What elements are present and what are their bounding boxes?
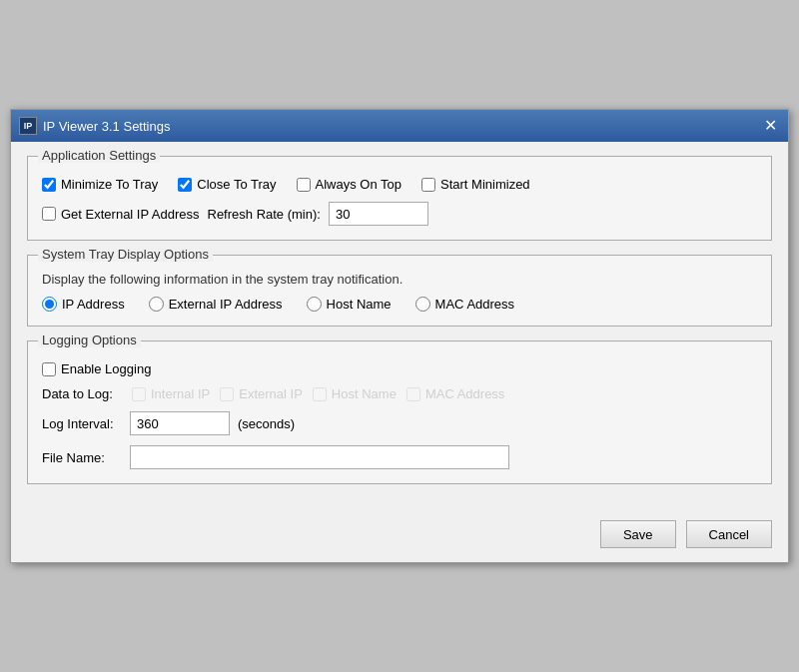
save-button[interactable]: Save [600, 520, 676, 548]
minimize-to-tray-label[interactable]: Minimize To Tray [61, 177, 158, 192]
refresh-rate-input[interactable] [329, 202, 428, 226]
internal-ip-group: Internal IP [132, 386, 210, 401]
external-ip-log-label: External IP [239, 386, 303, 401]
tray-host-radio[interactable] [307, 297, 322, 312]
get-external-ip-checkbox[interactable] [42, 207, 56, 221]
always-on-top-label[interactable]: Always On Top [316, 177, 401, 192]
external-ip-log-group: External IP [220, 386, 303, 401]
tray-ip-radio[interactable] [42, 297, 57, 312]
log-interval-row: Log Interval: (seconds) [42, 411, 757, 435]
application-settings-section: Application Settings Minimize To Tray Cl… [27, 156, 772, 241]
settings-window: IP IP Viewer 3.1 Settings ✕ Application … [10, 109, 789, 563]
host-name-log-group: Host Name [313, 386, 397, 401]
host-name-log-label: Host Name [332, 386, 397, 401]
tray-mac-label[interactable]: MAC Address [435, 297, 514, 312]
footer: Save Cancel [11, 512, 788, 562]
start-minimized-checkbox[interactable] [421, 178, 435, 192]
always-on-top-group: Always On Top [297, 177, 401, 192]
enable-logging-group: Enable Logging [42, 361, 151, 376]
window-title: IP Viewer 3.1 Settings [43, 119, 170, 134]
logging-section: Logging Options Enable Logging Data to L… [27, 340, 772, 484]
file-name-label: File Name: [42, 450, 122, 465]
checkboxes-row-1: Minimize To Tray Close To Tray Always On… [42, 177, 757, 192]
cancel-button[interactable]: Cancel [686, 520, 772, 548]
internal-ip-label: Internal IP [151, 386, 210, 401]
minimize-to-tray-checkbox[interactable] [42, 178, 56, 192]
enable-logging-checkbox[interactable] [42, 362, 56, 376]
title-bar-left: IP IP Viewer 3.1 Settings [19, 117, 170, 135]
tray-host-label[interactable]: Host Name [327, 297, 392, 312]
data-to-log-row: Data to Log: Internal IP External IP Hos… [42, 386, 757, 401]
refresh-rate-label: Refresh Rate (min): [208, 207, 321, 222]
logging-label: Logging Options [38, 333, 141, 347]
tray-option-ip-address: IP Address [42, 297, 125, 312]
data-to-log-label: Data to Log: [42, 386, 122, 401]
external-ip-log-checkbox[interactable] [220, 387, 234, 401]
title-bar: IP IP Viewer 3.1 Settings ✕ [11, 110, 788, 142]
tray-option-mac-address: MAC Address [415, 297, 514, 312]
tray-display-radio-group: IP Address External IP Address Host Name… [42, 297, 757, 312]
always-on-top-checkbox[interactable] [297, 178, 311, 192]
system-tray-description: Display the following information in the… [42, 272, 757, 287]
enable-logging-row: Enable Logging [42, 361, 757, 376]
seconds-label: (seconds) [238, 416, 295, 431]
file-name-input[interactable] [130, 445, 509, 469]
get-external-ip-label[interactable]: Get External IP Address [61, 207, 200, 222]
tray-mac-radio[interactable] [415, 297, 430, 312]
minimize-to-tray-group: Minimize To Tray [42, 177, 158, 192]
content-area: Application Settings Minimize To Tray Cl… [11, 142, 788, 512]
file-name-row: File Name: [42, 445, 757, 469]
host-name-log-checkbox[interactable] [313, 387, 327, 401]
mac-address-log-label: MAC Address [425, 386, 504, 401]
tray-ip-label[interactable]: IP Address [62, 297, 125, 312]
log-interval-label: Log Interval: [42, 416, 122, 431]
internal-ip-checkbox[interactable] [132, 387, 146, 401]
tray-external-ip-label[interactable]: External IP Address [169, 297, 283, 312]
tray-option-external-ip: External IP Address [149, 297, 283, 312]
log-interval-input[interactable] [130, 411, 230, 435]
close-to-tray-label[interactable]: Close To Tray [197, 177, 276, 192]
enable-logging-label[interactable]: Enable Logging [61, 361, 151, 376]
close-to-tray-checkbox[interactable] [178, 178, 192, 192]
mac-address-log-group: MAC Address [406, 386, 504, 401]
get-external-ip-group: Get External IP Address [42, 207, 200, 222]
app-icon: IP [19, 117, 37, 135]
start-minimized-group: Start Minimized [421, 177, 530, 192]
mac-address-log-checkbox[interactable] [406, 387, 420, 401]
start-minimized-label[interactable]: Start Minimized [440, 177, 530, 192]
close-to-tray-group: Close To Tray [178, 177, 276, 192]
application-settings-label: Application Settings [38, 148, 160, 163]
refresh-row: Get External IP Address Refresh Rate (mi… [42, 202, 757, 226]
tray-external-ip-radio[interactable] [149, 297, 164, 312]
close-button[interactable]: ✕ [760, 116, 780, 136]
system-tray-section: System Tray Display Options Display the … [27, 255, 772, 327]
system-tray-label: System Tray Display Options [38, 247, 213, 262]
tray-option-host-name: Host Name [307, 297, 392, 312]
